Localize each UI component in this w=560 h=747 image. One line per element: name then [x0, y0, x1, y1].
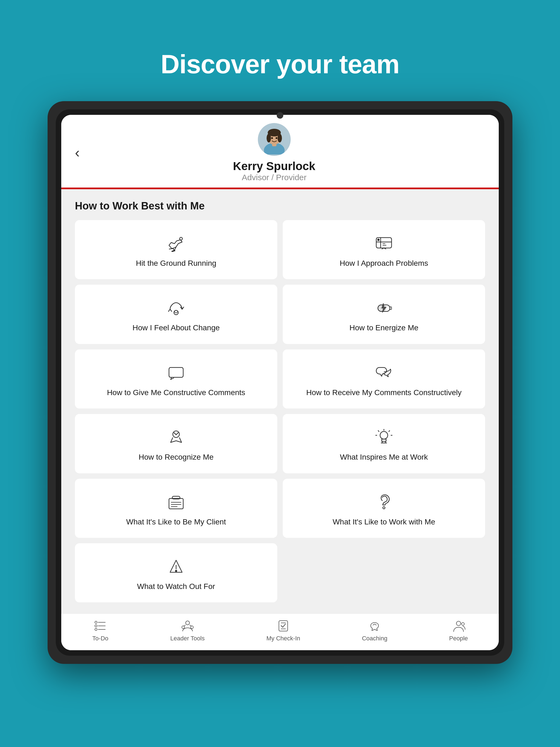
grid-item-label: What Inspires Me at Work — [340, 452, 428, 462]
svg-point-6 — [271, 137, 273, 139]
grid-item-label: How to Receive My Comments Constructivel… — [306, 388, 462, 397]
tablet-bezel: ‹ — [56, 109, 504, 656]
grid-item-give-comments[interactable]: How to Give Me Constructive Comments — [75, 350, 277, 409]
avatar — [258, 123, 291, 156]
svg-point-48 — [456, 621, 461, 626]
svg-rect-17 — [169, 367, 183, 377]
grid-item-receive-comments[interactable]: How to Receive My Comments Constructivel… — [283, 350, 485, 409]
recognize-icon — [165, 428, 187, 447]
svg-point-13 — [174, 310, 178, 315]
people-icon — [450, 619, 467, 633]
svg-line-21 — [389, 431, 390, 432]
svg-point-18 — [173, 431, 179, 437]
comments-give-icon — [165, 363, 187, 382]
grid-item-recognize[interactable]: How to Recognize Me — [75, 414, 277, 473]
tab-todo-label: To-Do — [93, 635, 108, 642]
svg-line-44 — [184, 625, 185, 626]
profile-role: Advisor / Provider — [242, 173, 307, 182]
problems-icon — [373, 234, 395, 253]
leader-tools-icon — [179, 619, 196, 633]
work-with-icon — [373, 492, 395, 512]
back-button[interactable]: ‹ — [75, 145, 80, 161]
coaching-icon — [366, 619, 383, 633]
grid-item-label: How to Energize Me — [350, 323, 418, 333]
grid-item-watch-out[interactable]: What to Watch Out For — [75, 543, 277, 602]
svg-point-34 — [176, 570, 177, 571]
grid-item-work-with[interactable]: What It's Like to Work with Me — [283, 479, 485, 538]
grid-item-label: How to Recognize Me — [138, 452, 213, 462]
svg-point-32 — [383, 507, 385, 509]
section-title: How to Work Best with Me — [75, 200, 485, 212]
change-icon — [165, 298, 187, 317]
svg-point-4 — [266, 134, 271, 143]
comments-receive-icon — [373, 363, 395, 382]
grid-item-hit-ground-running[interactable]: Hit the Ground Running — [75, 220, 277, 279]
grid-item-inspires[interactable]: What Inspires Me at Work — [283, 414, 485, 473]
nav-bar: ‹ — [61, 115, 499, 187]
svg-point-5 — [278, 134, 282, 143]
grid-item-label: How to Give Me Constructive Comments — [107, 388, 245, 397]
svg-line-45 — [190, 625, 192, 626]
svg-point-49 — [462, 623, 464, 625]
tab-leader-tools-label: Leader Tools — [170, 635, 205, 642]
tab-people[interactable]: People — [449, 619, 468, 642]
svg-rect-28 — [169, 498, 183, 509]
page-header: Discover your team — [0, 0, 560, 101]
grid-item-approach-problems[interactable]: How I Approach Problems — [283, 220, 485, 279]
grid-item-label: What to Watch Out For — [137, 582, 215, 591]
svg-rect-16 — [390, 307, 391, 310]
checkin-icon — [275, 619, 291, 633]
profile-name: Kerry Spurlock — [233, 160, 315, 173]
grid-item-energize[interactable]: How to Energize Me — [283, 285, 485, 344]
inspires-icon — [373, 428, 395, 447]
grid-item-feel-change[interactable]: How I Feel About Change — [75, 285, 277, 344]
grid-item-label: How I Feel About Change — [132, 323, 220, 333]
svg-line-23 — [378, 431, 379, 432]
tab-leader-tools[interactable]: Leader Tools — [170, 619, 205, 642]
tablet-screen: ‹ — [61, 115, 499, 650]
svg-point-41 — [186, 621, 189, 625]
svg-point-35 — [95, 621, 97, 623]
client-icon — [165, 492, 187, 512]
tab-people-label: People — [449, 635, 468, 642]
svg-point-19 — [380, 432, 388, 439]
content-area: How to Work Best with Me Hit th — [61, 189, 499, 613]
todo-icon — [92, 619, 108, 633]
svg-point-37 — [95, 628, 97, 630]
profile-section: Kerry Spurlock Advisor / Provider — [80, 123, 469, 182]
tab-checkin[interactable]: My Check-In — [266, 619, 300, 642]
grid-item-label: What It's Like to Be My Client — [126, 517, 226, 527]
tab-coaching[interactable]: Coaching — [362, 619, 387, 642]
svg-point-43 — [190, 626, 193, 628]
running-icon — [165, 234, 187, 253]
tablet-device: ‹ — [48, 101, 512, 664]
page-title: Discover your team — [0, 49, 560, 79]
svg-point-12 — [378, 239, 379, 241]
tab-todo[interactable]: To-Do — [92, 619, 108, 642]
tab-bar: To-Do Leader Tools — [61, 613, 499, 650]
grid-item-label: Hit the Ground Running — [136, 258, 216, 268]
svg-point-36 — [95, 625, 97, 627]
grid-item-label: How I Approach Problems — [339, 258, 428, 268]
tab-checkin-label: My Check-In — [266, 635, 300, 642]
svg-point-8 — [180, 237, 182, 240]
watch-out-icon — [165, 557, 187, 576]
svg-point-42 — [182, 626, 184, 628]
energize-icon — [373, 298, 395, 317]
tablet-camera — [277, 112, 283, 119]
svg-point-7 — [276, 137, 277, 139]
grid-item-label: What It's Like to Work with Me — [332, 517, 435, 527]
grid: Hit the Ground Running — [75, 220, 485, 602]
grid-item-be-client[interactable]: What It's Like to Be My Client — [75, 479, 277, 538]
tab-coaching-label: Coaching — [362, 635, 387, 642]
